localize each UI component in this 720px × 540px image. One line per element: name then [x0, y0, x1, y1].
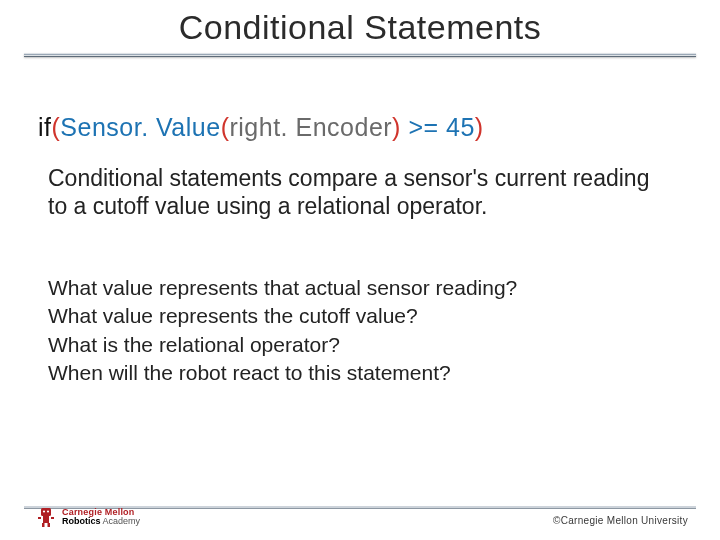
slide-title: Conditional Statements — [0, 0, 720, 47]
svg-rect-6 — [42, 523, 45, 527]
code-argument: right. Encoder — [229, 113, 392, 141]
svg-rect-7 — [48, 523, 51, 527]
code-function: Sensor. Value — [60, 113, 220, 141]
svg-rect-5 — [51, 517, 54, 519]
svg-rect-4 — [38, 517, 41, 519]
logo-text: Carnegie Mellon Robotics Academy — [62, 508, 140, 526]
title-divider — [24, 53, 696, 57]
cmu-robotics-logo: Carnegie Mellon Robotics Academy — [36, 506, 140, 528]
robot-icon — [36, 506, 56, 528]
code-paren-close: ) — [475, 113, 484, 141]
logo-line-2: Robotics Academy — [62, 517, 140, 526]
question-3: What is the relational operator? — [48, 331, 672, 359]
code-space-2 — [439, 113, 446, 141]
svg-point-3 — [47, 510, 49, 512]
code-paren-open: ( — [52, 113, 61, 141]
question-4: When will the robot react to this statem… — [48, 359, 672, 387]
question-1: What value represents that actual sensor… — [48, 274, 672, 302]
question-list: What value represents that actual sensor… — [48, 274, 672, 387]
svg-rect-0 — [41, 508, 51, 516]
question-2: What value represents the cutoff value? — [48, 302, 672, 330]
code-operator: >= — [408, 113, 438, 141]
code-number: 45 — [446, 113, 475, 141]
explanation-paragraph: Conditional statements compare a sensor'… — [48, 164, 672, 220]
svg-point-2 — [43, 510, 45, 512]
slide: Conditional Statements if(Sensor. Value(… — [0, 0, 720, 540]
code-arg-paren-close: ) — [392, 113, 401, 141]
svg-rect-1 — [43, 516, 49, 523]
code-example: if(Sensor. Value(right. Encoder) >= 45) — [38, 113, 720, 142]
code-keyword-if: if — [38, 113, 52, 141]
